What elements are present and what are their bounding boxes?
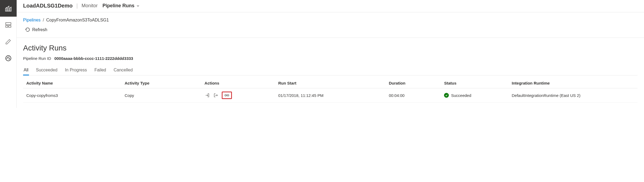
sidebar-home-icon[interactable] bbox=[0, 0, 17, 17]
run-id-value: 0000aaaa-bbbb-cccc-1111-2222dddd3333 bbox=[54, 56, 133, 61]
svg-point-4 bbox=[9, 59, 9, 59]
tab-failed[interactable]: Failed bbox=[94, 67, 107, 75]
left-sidebar bbox=[0, 0, 17, 108]
breadcrumb: Pipelines / CopyFromAmazonS3ToADLSG1 bbox=[23, 18, 638, 23]
tab-succeeded[interactable]: Succeeded bbox=[35, 67, 58, 75]
status-text: Succeeded bbox=[451, 93, 471, 98]
action-output-icon[interactable] bbox=[213, 93, 219, 98]
cell-status: Succeeded bbox=[441, 88, 508, 103]
col-activity-type[interactable]: Activity Type bbox=[121, 78, 201, 88]
breadcrumb-root-link[interactable]: Pipelines bbox=[23, 18, 41, 22]
page-title: Activity Runs bbox=[23, 44, 638, 52]
section-name: Monitor bbox=[82, 3, 98, 9]
tab-cancelled[interactable]: Cancelled bbox=[113, 67, 133, 75]
col-duration[interactable]: Duration bbox=[385, 78, 441, 88]
action-details-icon[interactable] bbox=[222, 92, 232, 99]
cell-integration-runtime: DefaultIntegrationRuntime (East US 2) bbox=[508, 88, 638, 103]
main-content: LoadADLSG1Demo | Monitor Pipeline Runs P… bbox=[17, 0, 644, 108]
sub-section-dropdown[interactable]: Pipeline Runs bbox=[103, 3, 140, 9]
sub-section-label: Pipeline Runs bbox=[103, 3, 134, 9]
table-row: Copy-copyfroms3 Copy bbox=[23, 88, 638, 103]
refresh-label: Refresh bbox=[32, 27, 47, 32]
cell-run-start: 01/17/2018, 11:12:45 PM bbox=[275, 88, 385, 103]
header-separator: | bbox=[76, 3, 78, 9]
col-integration-runtime[interactable]: Integration Runtime bbox=[508, 78, 638, 88]
cell-activity-name: Copy-copyfroms3 bbox=[23, 88, 121, 103]
action-input-icon[interactable] bbox=[205, 93, 210, 98]
col-activity-name[interactable]: Activity Name bbox=[23, 78, 121, 88]
svg-rect-0 bbox=[6, 23, 11, 25]
sidebar-author-icon[interactable] bbox=[0, 33, 17, 50]
tab-in-progress[interactable]: In Progress bbox=[64, 67, 88, 75]
run-id-label: Pipeline Run ID bbox=[23, 56, 51, 61]
cell-actions bbox=[201, 88, 275, 103]
divider bbox=[17, 38, 644, 38]
cell-activity-type: Copy bbox=[121, 88, 201, 103]
col-status[interactable]: Status bbox=[441, 78, 508, 88]
breadcrumb-current: CopyFromAmazonS3ToADLSG1 bbox=[46, 18, 109, 22]
svg-rect-1 bbox=[6, 26, 8, 27]
content-area: Pipelines / CopyFromAmazonS3ToADLSG1 Ref… bbox=[17, 12, 644, 108]
tab-all[interactable]: All bbox=[23, 67, 29, 75]
sidebar-monitor-icon[interactable] bbox=[0, 50, 17, 67]
cell-duration: 00:04:00 bbox=[385, 88, 441, 103]
success-icon bbox=[444, 93, 449, 98]
svg-rect-2 bbox=[9, 26, 11, 27]
breadcrumb-separator: / bbox=[43, 18, 44, 22]
filter-tabs: All Succeeded In Progress Failed Cancell… bbox=[23, 67, 638, 75]
sidebar-overview-icon[interactable] bbox=[0, 17, 17, 33]
col-actions[interactable]: Actions bbox=[201, 78, 275, 88]
refresh-icon bbox=[25, 27, 30, 32]
top-header: LoadADLSG1Demo | Monitor Pipeline Runs bbox=[17, 0, 644, 12]
run-id-row: Pipeline Run ID 0000aaaa-bbbb-cccc-1111-… bbox=[23, 56, 638, 61]
refresh-button[interactable]: Refresh bbox=[23, 27, 638, 32]
activity-table: Activity Name Activity Type Actions Run … bbox=[23, 78, 638, 103]
svg-point-3 bbox=[6, 56, 11, 61]
col-run-start[interactable]: Run Start bbox=[275, 78, 385, 88]
chevron-down-icon bbox=[136, 4, 140, 8]
resource-name: LoadADLSG1Demo bbox=[23, 3, 72, 9]
table-header-row: Activity Name Activity Type Actions Run … bbox=[23, 78, 638, 88]
